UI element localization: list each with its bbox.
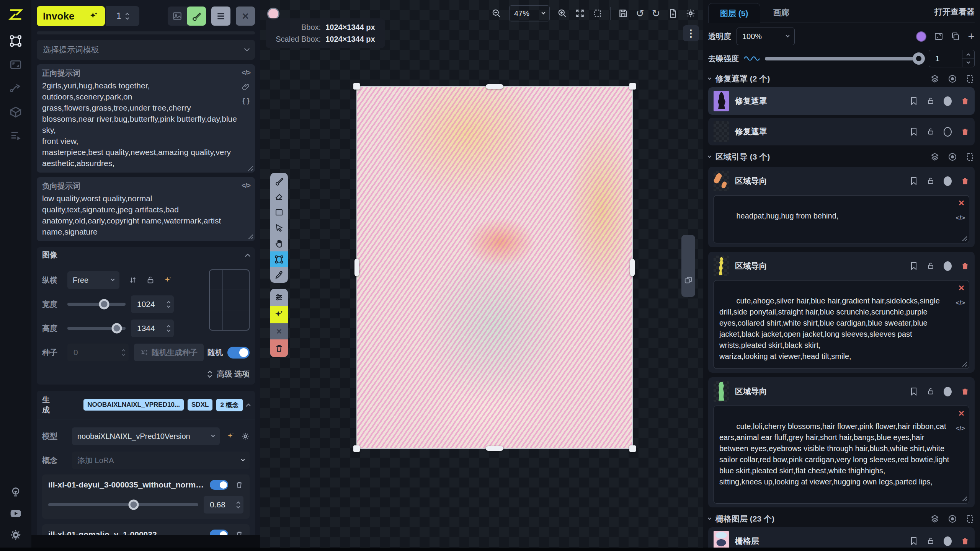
mask-fill-icon[interactable] — [944, 176, 952, 186]
positive-prompt-text[interactable]: 2girls,yuri,hug,heads together, outdoors… — [42, 80, 250, 169]
denoise-input[interactable]: 1 — [929, 50, 975, 67]
bookmark-icon[interactable] — [910, 97, 918, 105]
frame-select-icon[interactable] — [965, 514, 975, 523]
negative-prompt-text[interactable]: low quality,worst quality,normal quality… — [42, 193, 250, 237]
delete-layer-icon[interactable] — [961, 97, 969, 105]
hamburger-menu-button[interactable] — [211, 7, 230, 26]
sidebar-item-upscale[interactable] — [0, 53, 31, 77]
bookmark-icon[interactable] — [910, 537, 918, 545]
delete-lora-icon[interactable] — [235, 481, 243, 489]
sidebar-item-queue[interactable] — [0, 124, 31, 148]
image-mode-button[interactable] — [168, 7, 187, 26]
sidebar-item-canvas[interactable] — [0, 29, 31, 53]
duplicate-layer-icon[interactable] — [951, 32, 960, 41]
mask-fill-icon[interactable] — [944, 127, 952, 137]
height-input[interactable]: 1344 — [131, 320, 174, 337]
queue-count-stepper[interactable]: 1 — [106, 6, 139, 26]
width-slider[interactable] — [67, 303, 126, 306]
eyedropper-tool[interactable] — [270, 267, 288, 283]
bookmark-icon[interactable] — [910, 127, 918, 136]
bookmark-icon[interactable] — [910, 177, 918, 185]
model-settings-gear-icon[interactable] — [241, 432, 250, 440]
visibility-eye-icon[interactable] — [948, 74, 957, 83]
delete-layer-icon[interactable] — [961, 127, 969, 136]
image-advanced-options[interactable]: 高级 选项 — [42, 369, 250, 379]
bookmark-icon[interactable] — [910, 387, 918, 396]
lock-aspect-icon[interactable] — [146, 276, 155, 284]
resize-handle[interactable] — [961, 360, 967, 367]
filter-settings-tool[interactable] — [270, 289, 288, 306]
regional-prompt-textarea[interactable]: headpat,hug,hug from behind, × </> — [714, 195, 969, 243]
denoise-steppers[interactable] — [962, 50, 974, 67]
generation-section-header[interactable]: 生成 NOOBAIXLNAIXL_VPRED10... SDXL 2 概念 — [37, 391, 255, 419]
model-sparkle-icon[interactable] — [227, 432, 235, 440]
lock-icon[interactable] — [927, 387, 934, 396]
canvas-area[interactable]: Bbox: 1024×1344 px Scaled Bbox: 1024×134… — [260, 0, 703, 551]
bbox-tool[interactable] — [270, 251, 288, 267]
panel-resize-handle[interactable] — [681, 235, 695, 297]
settings-gear-icon[interactable] — [0, 524, 31, 546]
raster-layers-section-header[interactable]: 栅格图层 (23 个) — [708, 514, 975, 524]
braces-icon[interactable]: { } — [242, 97, 250, 105]
regional-prompt-textarea[interactable]: cute,loli,cherry blossoms,hair flower,pi… — [714, 406, 969, 504]
mask-fill-icon[interactable] — [944, 261, 952, 271]
remove-prompt-icon[interactable]: × — [959, 283, 964, 293]
frame-select-icon[interactable] — [965, 74, 975, 83]
image-section-header[interactable]: 图像 — [37, 247, 255, 263]
delete-layer-icon[interactable] — [961, 387, 969, 396]
zoom-in-icon[interactable] — [557, 8, 567, 18]
generation-bbox[interactable] — [356, 86, 633, 449]
remove-prompt-icon[interactable]: × — [959, 408, 964, 418]
opacity-select[interactable]: 100% — [737, 28, 795, 45]
cancel-tool[interactable]: × — [270, 323, 288, 339]
open-viewer-button[interactable]: 打开查看器 — [934, 7, 975, 23]
lora-enabled-toggle[interactable] — [210, 480, 228, 490]
invoke-sparkle-tool[interactable] — [270, 306, 288, 323]
random-seed-toggle[interactable] — [227, 347, 250, 359]
mask-fill-icon[interactable] — [944, 536, 952, 546]
new-canvas-icon[interactable] — [668, 8, 678, 18]
bbox-handle-w[interactable] — [354, 259, 359, 276]
model-select[interactable]: noobaiXLNAIXL_vPred10Version — [72, 427, 220, 445]
youtube-icon[interactable] — [0, 503, 31, 524]
regional-prompt-textarea[interactable]: cute,ahoge,silver hair,blue hair,gradien… — [714, 280, 969, 369]
bbox-handle-n[interactable] — [486, 84, 503, 89]
remove-prompt-icon[interactable]: × — [959, 198, 964, 208]
save-icon[interactable] — [618, 8, 628, 18]
swap-dimensions-icon[interactable] — [129, 276, 137, 284]
resize-handle[interactable] — [961, 495, 967, 501]
height-slider[interactable] — [67, 327, 126, 330]
lock-icon[interactable] — [927, 97, 934, 105]
visibility-eye-icon[interactable] — [948, 514, 957, 523]
add-layer-icon[interactable]: + — [968, 31, 975, 42]
seed-input[interactable]: 0 — [67, 344, 129, 361]
delete-layer-icon[interactable] — [961, 537, 969, 545]
code-icon[interactable]: </> — [956, 297, 965, 308]
inpaint-mask-section-header[interactable]: 修复遮罩 (2 个) — [708, 73, 975, 84]
mask-fill-icon[interactable] — [944, 96, 952, 106]
code-icon[interactable]: </> — [242, 182, 250, 190]
pan-hand-tool[interactable] — [270, 236, 288, 251]
mask-fill-icon[interactable] — [944, 387, 952, 396]
code-icon[interactable]: </> — [242, 69, 250, 77]
lock-icon[interactable] — [927, 537, 934, 545]
inpaint-mask-row[interactable]: 修复遮罩 — [708, 118, 975, 145]
visibility-eye-icon[interactable] — [948, 152, 957, 161]
fit-layer-icon[interactable] — [934, 32, 943, 41]
regional-guidance-row[interactable]: 区域导向 cute,ahoge,silver hair,blue hair,gr… — [708, 252, 975, 373]
merge-layers-icon[interactable] — [930, 514, 939, 523]
canvas-menu-button[interactable]: ⋮ — [683, 25, 699, 41]
inpaint-mask-row[interactable]: 修复遮罩 — [708, 87, 975, 115]
merge-layers-icon[interactable] — [930, 74, 939, 83]
bbox-handle-sw[interactable] — [353, 445, 360, 452]
redo-icon[interactable]: ↻ — [652, 8, 660, 18]
tips-bulb-icon[interactable] — [0, 481, 31, 503]
close-panel-button[interactable]: × — [236, 7, 255, 26]
lock-icon[interactable] — [927, 177, 934, 185]
bbox-handle-ne[interactable] — [629, 83, 636, 90]
bbox-handle-nw[interactable] — [353, 83, 360, 90]
regional-guidance-section-header[interactable]: 区域引导 (3 个) — [708, 152, 975, 162]
optimize-size-sparkle-icon[interactable] — [164, 276, 172, 284]
queue-count-arrows[interactable] — [126, 12, 129, 20]
lora-enabled-toggle[interactable] — [210, 530, 228, 535]
